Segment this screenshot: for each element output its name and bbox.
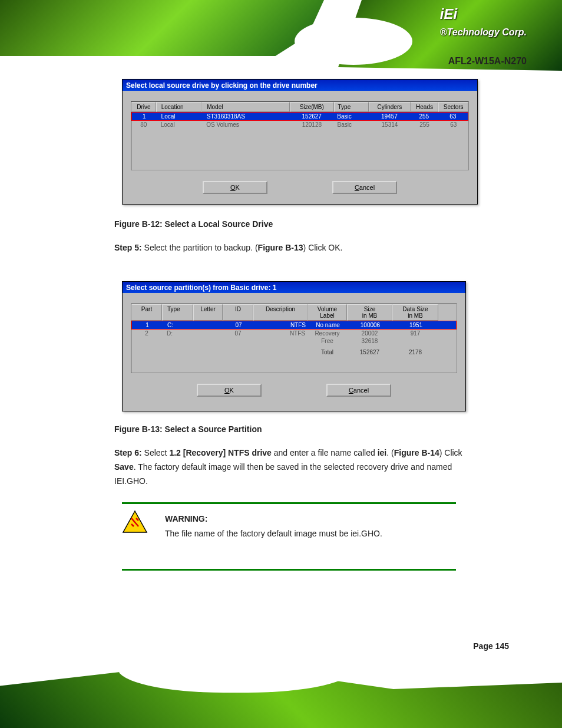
col-desc: Description	[253, 304, 308, 321]
footer-curve	[118, 640, 353, 693]
logo: iEi ®Technology Corp.	[440, 6, 527, 39]
figure-b13-label: Figure B-13: Select a Source Partition	[114, 424, 262, 434]
col-drive: Drive	[131, 102, 156, 112]
partition-table-header: Part Type Letter ID Description VolumeLa…	[131, 304, 457, 321]
header-curve	[295, 18, 412, 65]
cancel-button[interactable]: Cancel	[332, 181, 397, 194]
warning-heading: WARNING:	[165, 514, 207, 523]
partition-row-total: Total 152627 2178	[131, 348, 457, 356]
step-5: Step 5: Select the partition to backup. …	[114, 241, 480, 255]
col-heads: Heads	[411, 102, 439, 112]
step-6: Step 6: Select 1.2 [Recovery] NTFS drive…	[114, 446, 480, 488]
col-ptype: Type	[162, 304, 193, 321]
col-sectors: Sectors	[438, 102, 468, 112]
step6-lead: Step 6:	[114, 448, 142, 457]
dialog2-title: Select source partition(s) from Basic dr…	[123, 282, 465, 293]
drive-table-header: Drive Location Model Size(MB) Type Cylin…	[131, 102, 468, 112]
figure-ref: Figure B-13	[258, 243, 303, 252]
cancel-button[interactable]: Cancel	[326, 384, 391, 397]
dialog-select-source-partition: Select source partition(s) from Basic dr…	[122, 281, 466, 411]
step5-lead: Step 5:	[114, 243, 142, 252]
header-shape-left	[0, 0, 324, 59]
product-name: AFL2-W15A-N270	[448, 56, 527, 67]
warning-text: WARNING: The file name of the factory de…	[165, 512, 457, 541]
col-location: Location	[156, 102, 201, 112]
figure-ref: Figure B-14	[394, 448, 439, 457]
ok-label: K	[236, 184, 240, 191]
col-cylinders: Cylinders	[369, 102, 411, 112]
ok-button[interactable]: OK	[197, 384, 262, 397]
dialog1-title: Select local source drive by clicking on…	[123, 80, 477, 91]
warning-icon	[122, 510, 148, 533]
partition-table[interactable]: Part Type Letter ID Description VolumeLa…	[131, 304, 457, 373]
drive-row-selected[interactable]: 1 Local ST3160318AS 152627 Basic 19457 2…	[131, 112, 468, 121]
col-size: Size(MB)	[290, 102, 333, 112]
logo-main: iEi	[440, 6, 457, 22]
partition-row-selected[interactable]: 1 C: 07 NTFS No name 100006 1951	[131, 321, 457, 330]
col-psize: Sizein MB	[347, 304, 392, 321]
col-datasize: Data Sizein MB	[392, 304, 438, 321]
partition-row[interactable]: 2 D: 07 NTFS Recovery 20002 917	[131, 330, 457, 337]
divider	[122, 502, 456, 504]
ok-button[interactable]: OK	[203, 181, 267, 194]
logo-sub: ®Technology Corp.	[440, 27, 527, 37]
divider	[122, 569, 456, 571]
warning-body: The file name of the factory default ima…	[165, 529, 382, 538]
col-part: Part	[131, 304, 162, 321]
page-number: Page 145	[473, 641, 509, 651]
partition-row-free: Free 32618	[131, 337, 457, 345]
dialog-select-source-drive: Select local source drive by clicking on…	[122, 79, 478, 205]
col-model: Model	[201, 102, 290, 112]
drive-table[interactable]: Drive Location Model Size(MB) Type Cylin…	[131, 101, 469, 170]
col-type: Type	[334, 102, 369, 112]
col-letter: Letter	[193, 304, 223, 321]
figure-b12-label: Figure B-12: Select a Local Source Drive	[114, 219, 273, 229]
drive-row[interactable]: 80 Local OS Volumes 120128 Basic 15314 2…	[131, 121, 468, 129]
col-id: ID	[223, 304, 253, 321]
col-vlabel: VolumeLabel	[308, 304, 347, 321]
cancel-label: ancel	[359, 184, 375, 191]
